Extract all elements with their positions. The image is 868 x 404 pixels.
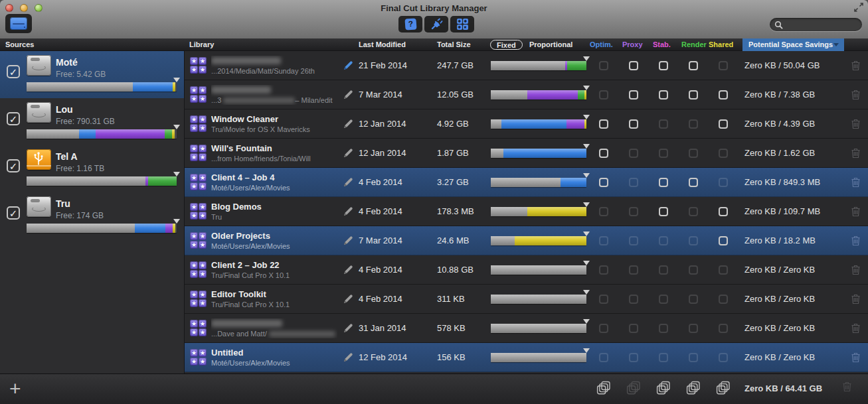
bar-threshold-marker[interactable]	[583, 144, 590, 149]
bar-threshold-marker[interactable]	[583, 56, 590, 61]
sidebar-source-item-moté[interactable]: ✓ Moté Free: 5.42 GB	[0, 51, 184, 98]
bar-threshold-marker[interactable]	[173, 172, 180, 176]
library-row[interactable]: ★★★★ Window Cleaner Tru/iMovie for OS X …	[185, 109, 868, 139]
trash-button[interactable]	[843, 293, 868, 304]
connect-button[interactable]	[424, 16, 448, 33]
bulk-copy-button-4[interactable]	[678, 381, 708, 395]
checkbox-optim[interactable]	[599, 178, 608, 187]
header-render[interactable]: Render	[681, 38, 707, 51]
search-input[interactable]	[783, 19, 853, 30]
bulk-copy-button-3[interactable]	[648, 381, 678, 395]
bar-threshold-marker[interactable]	[583, 232, 590, 236]
checkbox-proxy[interactable]	[629, 61, 638, 70]
header-library[interactable]: Library	[189, 38, 214, 51]
bar-threshold-marker[interactable]	[583, 86, 590, 90]
fullscreen-icon[interactable]	[854, 3, 863, 15]
source-checkbox[interactable]: ✓	[7, 159, 20, 172]
source-checkbox[interactable]: ✓	[7, 65, 20, 78]
checkbox-shared[interactable]	[719, 119, 728, 129]
header-shared[interactable]: Shared	[709, 38, 733, 51]
sidebar-source-item-tel-a[interactable]: ✓ Tel A Free: 1.16 TB	[0, 145, 184, 192]
checkbox-optim[interactable]	[599, 149, 608, 158]
trash-button[interactable]	[843, 206, 868, 217]
rename-button[interactable]	[337, 352, 359, 364]
library-name: Client 2 – Job 22	[211, 260, 337, 271]
trash-button[interactable]	[843, 264, 868, 275]
checkbox-stab	[659, 324, 668, 333]
bar-threshold-marker[interactable]	[173, 125, 180, 129]
header-stab[interactable]: Stab.	[653, 38, 671, 51]
bar-threshold-marker[interactable]	[583, 290, 590, 295]
checkbox-render[interactable]	[689, 90, 698, 100]
bulk-trash-icon[interactable]	[842, 381, 852, 395]
search-field[interactable]	[770, 18, 862, 31]
library-row[interactable]: ★★★★ Will's Fountain ...from Home/friend…	[185, 139, 868, 168]
rename-button[interactable]	[337, 118, 359, 130]
source-checkbox[interactable]: ✓	[7, 206, 20, 220]
trash-button[interactable]	[843, 89, 868, 100]
library-row[interactable]: ★★★★ Editor Toolkit Tru/Final Cut Pro X …	[185, 285, 868, 314]
trash-button[interactable]	[843, 118, 868, 129]
checkbox-stab[interactable]	[659, 207, 668, 216]
trash-button[interactable]	[843, 60, 868, 71]
library-row[interactable]: ★★★★ Client 2 – Job 22 Tru/Final Cut Pro…	[185, 255, 868, 285]
bar-threshold-marker[interactable]	[583, 202, 590, 207]
header-optim[interactable]: Optim.	[590, 38, 613, 51]
toggle-proportional[interactable]: Proportional	[529, 38, 572, 51]
library-row[interactable]: ★★★★ Blog Demos Tru 4 Feb 2014 178.3 MB …	[185, 197, 868, 226]
library-row[interactable]: ★★★★ ...2014/Media/Matt/Sunday 26th 21 F…	[185, 51, 868, 80]
rename-button[interactable]	[337, 264, 359, 276]
sidebar-source-item-tru[interactable]: ✓ Tru Free: 174 GB	[0, 192, 184, 239]
checkbox-stab[interactable]	[659, 90, 668, 100]
rename-button[interactable]	[337, 60, 359, 72]
libraries-button[interactable]: ✚✚✚★	[450, 16, 474, 33]
header-last-modified[interactable]: Last Modified	[359, 38, 406, 51]
source-checkbox[interactable]: ✓	[7, 112, 20, 125]
checkbox-proxy[interactable]	[629, 119, 638, 129]
checkbox-shared[interactable]	[719, 90, 728, 100]
library-row[interactable]: ★★★★ Client 4 – Job 4 Moté/Users/Alex/Mo…	[185, 168, 868, 197]
trash-button[interactable]	[843, 147, 868, 159]
redacted-name	[211, 320, 282, 327]
bar-threshold-marker[interactable]	[583, 319, 590, 324]
library-row[interactable]: ★★★★ Untitled Moté/Users/Alex/Movies 12 …	[185, 343, 868, 372]
checkbox-optim[interactable]	[599, 119, 608, 129]
checkbox-shared[interactable]	[719, 236, 728, 245]
rename-button[interactable]	[337, 176, 359, 188]
checkbox-stab[interactable]	[659, 178, 668, 187]
sources-drive-button[interactable]	[5, 14, 32, 33]
add-source-button[interactable]: +	[9, 377, 21, 400]
rename-button[interactable]	[337, 147, 359, 159]
library-row[interactable]: ★★★★ Older Projects Moté/Users/Alex/Movi…	[185, 226, 868, 255]
help-button[interactable]: ?	[398, 16, 422, 33]
rename-button[interactable]	[337, 235, 359, 247]
library-row[interactable]: ★★★★ ...3 – Milan/edit 7 Mar 2014 12.05 …	[185, 80, 868, 109]
bar-threshold-marker[interactable]	[173, 219, 180, 224]
bulk-copy-button-1[interactable]	[588, 381, 618, 395]
trash-button[interactable]	[843, 176, 868, 188]
rename-button[interactable]	[337, 89, 359, 101]
checkbox-proxy[interactable]	[629, 90, 638, 100]
rename-button[interactable]	[337, 293, 359, 305]
bar-threshold-marker[interactable]	[583, 261, 590, 265]
trash-button[interactable]	[843, 322, 868, 334]
checkbox-shared[interactable]	[719, 207, 728, 216]
bar-threshold-marker[interactable]	[583, 348, 590, 353]
checkbox-render[interactable]	[689, 61, 698, 70]
header-total-size[interactable]: Total Size	[437, 38, 471, 51]
header-proxy[interactable]: Proxy	[622, 38, 643, 51]
bulk-copy-button-5[interactable]	[708, 381, 738, 395]
library-row[interactable]: ★★★★ ...Dave and Matt/ 31 Jan 2014 578 K…	[185, 314, 868, 343]
trash-button[interactable]	[843, 235, 868, 246]
checkbox-stab[interactable]	[659, 61, 668, 70]
bar-threshold-marker[interactable]	[173, 78, 180, 82]
bar-threshold-marker[interactable]	[583, 173, 590, 178]
trash-button[interactable]	[843, 352, 868, 363]
rename-button[interactable]	[337, 206, 359, 218]
sidebar-source-item-lou[interactable]: ✓ Lou Free: 790.31 GB	[0, 98, 184, 145]
header-potential-space-savings[interactable]: Potential Space Savings	[742, 38, 844, 51]
checkbox-render[interactable]	[689, 178, 698, 187]
toggle-fixed[interactable]: Fixed	[490, 40, 523, 50]
rename-button[interactable]	[337, 322, 359, 334]
bar-threshold-marker[interactable]	[583, 115, 590, 119]
